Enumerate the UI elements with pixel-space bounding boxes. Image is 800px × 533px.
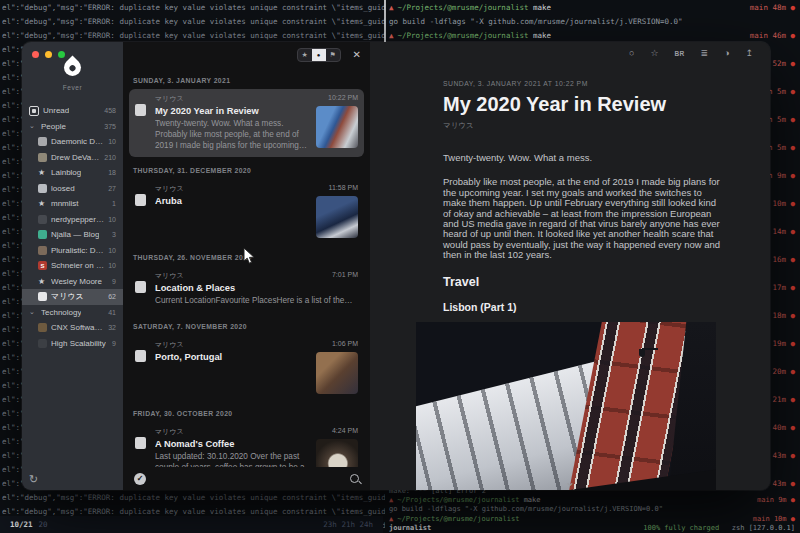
share-icon[interactable]: ↥ [745, 48, 753, 58]
sidebar-item-mnmlist[interactable]: ★mnmlist1 [22, 196, 123, 212]
status-dot-icon: ● [790, 311, 795, 320]
listen-icon[interactable]: ◑ [724, 48, 729, 58]
photo-street-lamp [642, 348, 658, 350]
list-footer: ✓ [123, 467, 370, 490]
close-icon[interactable]: ✕ [353, 49, 361, 60]
unread-checkbox[interactable] [135, 281, 146, 293]
sidebar-item-label: Unread [43, 106, 69, 115]
unread-checkbox[interactable] [135, 194, 146, 206]
article-list-item-my-2020-year-in-review[interactable]: マリウス10:22 PMMy 2020 Year in ReviewTwenty… [129, 89, 364, 157]
terminal-pane-divider [384, 0, 386, 42]
item-title: Porto, Portugal [155, 352, 308, 362]
text-settings-icon[interactable]: ≣ [700, 48, 708, 58]
article-author: マリウス [443, 121, 721, 131]
status-dim: 20 [39, 520, 48, 529]
close-window-button[interactable] [32, 51, 39, 58]
unread-count: 9 [112, 340, 116, 347]
sidebar-item-マリウス[interactable]: マリウス62 [22, 289, 123, 305]
sidebar-item-pluralistic-daily-links[interactable]: Pluralistic: Daily links…10 [22, 243, 123, 259]
sidebar-item-label: People [41, 122, 66, 131]
status-dot-icon: ● [790, 423, 795, 432]
sidebar-item-wesley-moore[interactable]: ★Wesley Moore9 [22, 274, 123, 290]
filter-flagged-tab[interactable]: ⚑ [326, 49, 340, 61]
unread-count: 10 [108, 138, 116, 145]
feed-favicon: S [38, 261, 47, 270]
log-line: el":"debug","msg":"ERROR: duplicate key … [2, 491, 385, 505]
status-dot-icon: ● [790, 3, 795, 12]
sidebar-item-label: Wesley Moore [51, 277, 102, 286]
mark-all-read-icon[interactable]: ✓ [134, 473, 146, 485]
command-input[interactable]: journalist [389, 524, 431, 533]
article-list-item-location-places[interactable]: マリウス7:01 PMLocation & PlacesCurrent Loca… [129, 266, 364, 313]
sidebar-item-schneier-on-security[interactable]: SSchneier on Security10 [22, 258, 123, 274]
sidebar-item-cnx-software-emb[interactable]: CNX Software – Emb…32 [22, 320, 123, 336]
make-command: make [533, 3, 551, 12]
unread-count: 375 [104, 123, 116, 130]
article-thumbnail [316, 106, 358, 148]
filter-starred-tab[interactable]: ★ [298, 49, 312, 61]
item-preview: Twenty-twenty. Wow. What a mess. Probabl… [155, 119, 308, 151]
status-dot-icon: ● [790, 199, 795, 208]
status-dot-icon: ● [790, 339, 795, 348]
article-list-item-porto-portugal[interactable]: マリウス1:06 PMPorto, Portugal [129, 335, 364, 400]
status-dot-icon: ● [790, 283, 795, 292]
article-heading-lisbon: Lisbon (Part 1) [443, 301, 721, 313]
item-preview: Current LocationFavourite PlacesHere is … [155, 296, 358, 307]
feed-favicon [38, 137, 47, 146]
unread-count: 18 [108, 169, 116, 176]
sidebar-item-drew-devault-s-blog[interactable]: Drew DeVault's blog210 [22, 150, 123, 166]
sidebar-item-label: CNX Software – Emb… [51, 323, 104, 332]
sidebar-item-loosed[interactable]: loosed27 [22, 181, 123, 197]
article-list-item-a-nomad-s-coffee[interactable]: マリウス4:24 PMA Nomad's CoffeeLast updated:… [129, 422, 364, 467]
sidebar-section-people[interactable]: ⌄People375 [22, 119, 123, 135]
filter-unread-tab[interactable]: ● [312, 49, 326, 61]
mouse-cursor [243, 247, 256, 266]
chevron-down-icon: ⌄ [29, 122, 37, 130]
git-status: main 9m ● [757, 496, 795, 505]
sidebar-item-high-scalability[interactable]: High Scalability9 [22, 336, 123, 352]
unread-checkbox[interactable] [135, 104, 146, 116]
item-author: マリウス [155, 184, 184, 194]
app-logo: Fever [22, 59, 123, 91]
sidebar-section-technology[interactable]: ⌄Technology41 [22, 305, 123, 321]
chevron-down-icon[interactable]: ⌄ [565, 475, 575, 489]
terminal-bottom-right: make: *** [all] Error 2 ▲~/Projects/@mru… [387, 487, 800, 533]
article-list[interactable]: SUNDAY, 3. JANUARY 2021マリウス10:22 PMMy 20… [123, 67, 370, 467]
sidebar-item-unread[interactable]: Unread458 [22, 103, 123, 119]
status-dot-icon: ● [790, 171, 795, 180]
unread-count: 32 [108, 324, 116, 331]
log-line: el":"debug","msg":"ERROR: duplicate key … [2, 1, 385, 15]
zoom-window-button[interactable] [58, 51, 65, 58]
article-list-item-aruba[interactable]: マリウス11:58 PMAruba [129, 179, 364, 244]
unread-count: 62 [108, 293, 116, 300]
sidebar-item-lainblog[interactable]: ★Lainblog18 [22, 165, 123, 181]
item-preview: Last updated: 30.10.2020 Over the past c… [155, 452, 308, 467]
readability-icon[interactable]: BR [674, 50, 684, 57]
star-icon[interactable]: ☆ [650, 48, 658, 58]
search-icon[interactable] [350, 474, 359, 483]
sidebar-item-daemonic-dispatches[interactable]: Daemonic Dispatches10 [22, 134, 123, 150]
item-time: 11:58 PM [329, 184, 358, 194]
minimize-window-button[interactable] [45, 51, 52, 58]
feed-favicon [38, 292, 47, 301]
unread-checkbox[interactable] [135, 437, 146, 449]
unread-checkbox[interactable] [135, 350, 146, 362]
app-name: Fever [22, 84, 123, 91]
feed-favicon [38, 230, 47, 239]
chevron-down-icon: ⌄ [29, 308, 37, 316]
prompt-path: ~/Projects/@mrusme/journalist [398, 3, 529, 12]
window-controls [32, 51, 65, 58]
article-thumbnail [316, 352, 358, 394]
feed-favicon [38, 153, 47, 162]
sidebar-item-njalla-blog[interactable]: Njalla — Blog3 [22, 227, 123, 243]
refresh-icon[interactable]: ↻ [29, 473, 38, 486]
sidebar-item-nerdypepper-s-blog[interactable]: nerdypepper's µblog10 [22, 212, 123, 228]
item-time: 7:01 PM [332, 271, 358, 281]
sidebar-item-label: Daemonic Dispatches [51, 137, 104, 146]
article-content: SUNDAY, 3. JANUARY 2021 AT 10:22 PM My 2… [443, 80, 721, 490]
unread-circle-icon[interactable]: ○ [629, 48, 634, 58]
status-dot-icon: ● [790, 395, 795, 404]
item-title: My 2020 Year in Review [155, 106, 308, 116]
sidebar-item-label: mnmlist [51, 199, 79, 208]
prompt-marker-icon: ▲ [389, 496, 393, 504]
